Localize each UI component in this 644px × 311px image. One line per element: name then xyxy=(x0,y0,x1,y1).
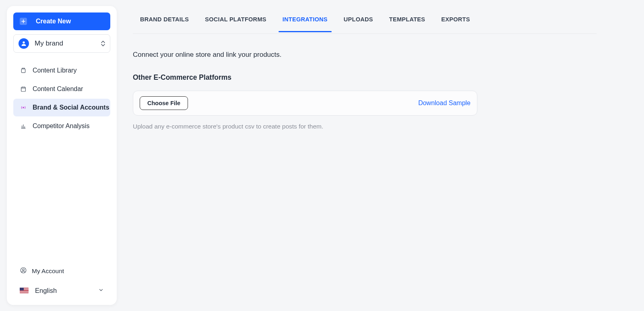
sidebar-item-label: Content Library xyxy=(33,67,76,74)
flag-icon xyxy=(20,288,29,293)
section-title: Other E-Commerce Platforms xyxy=(133,73,620,82)
my-account-label: My Account xyxy=(32,267,64,275)
sidebar-nav: Content Library Content Calendar Brand &… xyxy=(13,62,110,135)
sidebar-item-label: Competitor Analysis xyxy=(33,122,89,130)
choose-file-button[interactable]: Choose File xyxy=(140,96,188,110)
brand-avatar-icon xyxy=(19,38,29,49)
svg-point-5 xyxy=(23,269,25,271)
chart-icon xyxy=(20,122,27,130)
svg-point-3 xyxy=(23,107,24,108)
tab-social-platforms[interactable]: SOCIAL PLATFORMS xyxy=(204,16,267,32)
svg-rect-2 xyxy=(21,87,26,91)
language-selector[interactable]: English xyxy=(14,282,110,299)
brand-selector[interactable]: My brand xyxy=(13,34,110,53)
tabs: BRAND DETAILS SOCIAL PLATFORMS INTEGRATI… xyxy=(133,16,597,34)
page-description: Connect your online store and link your … xyxy=(133,51,620,59)
create-new-label: Create New xyxy=(36,18,71,25)
chevron-down-icon xyxy=(98,287,104,294)
create-new-button[interactable]: Create New xyxy=(13,12,110,30)
tab-exports[interactable]: EXPORTS xyxy=(440,16,471,32)
svg-rect-1 xyxy=(21,69,25,73)
tab-integrations[interactable]: INTEGRATIONS xyxy=(282,16,328,32)
tab-brand-details[interactable]: BRAND DETAILS xyxy=(139,16,190,32)
sidebar-item-label: Brand & Social Accounts xyxy=(33,104,109,111)
sidebar-item-label: Content Calendar xyxy=(33,85,83,93)
svg-point-0 xyxy=(23,41,25,44)
my-account-link[interactable]: My Account xyxy=(14,264,110,278)
sidebar-item-competitor-analysis[interactable]: Competitor Analysis xyxy=(13,117,110,135)
user-icon xyxy=(20,267,27,276)
upload-box: Choose File Download Sample xyxy=(133,91,477,116)
plus-icon xyxy=(20,18,27,25)
upload-hint: Upload any e-commerce store's product cs… xyxy=(133,123,620,130)
sidebar-item-content-library[interactable]: Content Library xyxy=(13,62,110,79)
library-icon xyxy=(20,67,27,74)
sidebar-item-brand-social[interactable]: Brand & Social Accounts xyxy=(13,99,110,116)
download-sample-link[interactable]: Download Sample xyxy=(418,100,471,107)
sidebar: Create New My brand Content Library Cont… xyxy=(7,6,117,305)
broadcast-icon xyxy=(20,104,27,111)
tab-templates[interactable]: TEMPLATES xyxy=(388,16,426,32)
brand-name-label: My brand xyxy=(35,39,95,48)
calendar-icon xyxy=(20,85,27,93)
language-label: English xyxy=(35,287,92,294)
sidebar-item-content-calendar[interactable]: Content Calendar xyxy=(13,80,110,98)
up-down-icon xyxy=(100,41,106,46)
main-panel: BRAND DETAILS SOCIAL PLATFORMS INTEGRATI… xyxy=(117,0,644,311)
sidebar-bottom: My Account English xyxy=(13,264,110,299)
tab-uploads[interactable]: UPLOADS xyxy=(343,16,374,32)
